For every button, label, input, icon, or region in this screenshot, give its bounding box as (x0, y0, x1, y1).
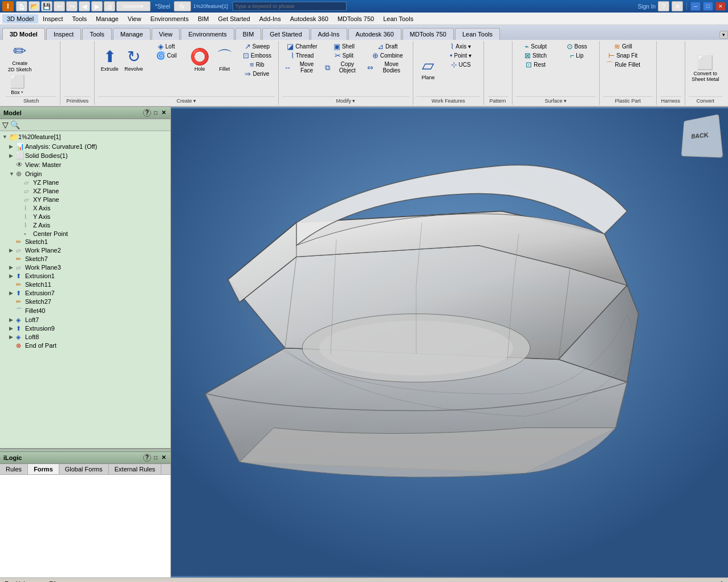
signin-btn[interactable]: Sign In (638, 3, 656, 10)
tree-item-sketch27[interactable]: ✏ Sketch27 (1, 298, 169, 306)
menu-environments[interactable]: Environments (146, 14, 193, 23)
tree-item-extrusion7[interactable]: ▶ ⬆ Extrusion7 (1, 289, 169, 298)
btn-thread[interactable]: ⌇ Thread (282, 51, 323, 60)
btn-rest[interactable]: ⊡ Rest (516, 60, 556, 69)
tab-3dmodel[interactable]: 3D Model (2, 28, 45, 40)
btn-chamfer[interactable]: ◪ Chamfer (282, 42, 323, 51)
menu-addins[interactable]: Add-Ins (255, 14, 286, 23)
tab-addins[interactable]: Add-Ins (311, 28, 347, 40)
tree-item-xzplane[interactable]: ▱ XZ Plane (1, 187, 169, 196)
viewport-canvas[interactable]: BACK Z X (171, 107, 728, 577)
ilogic-close-btn[interactable]: ✕ (160, 454, 167, 461)
menu-mdtools[interactable]: MDTools 750 (333, 14, 379, 23)
qat-save[interactable]: 💾 (41, 1, 52, 11)
tab-leantools[interactable]: Lean Tools (455, 28, 500, 40)
btn-create2dsketch[interactable]: ✏ Create2D Sketch (6, 42, 34, 74)
btn-move-bodies[interactable]: ⇔ Move Bodies (365, 60, 409, 74)
menu-getstarted[interactable]: Get Started (213, 14, 254, 23)
qat-formula[interactable]: fx (174, 1, 191, 11)
tree-item-endofpart[interactable]: ⊗ End of Part (1, 341, 169, 350)
create-group-label[interactable]: Create ▾ (98, 96, 274, 104)
tree-item-loft8[interactable]: ▶ ◈ Loft8 (1, 333, 169, 341)
close-frame-btn[interactable]: ✕ (672, 1, 683, 11)
tree-item-solidbodies[interactable]: ▶ ⬜ Solid Bodies(1) (1, 151, 169, 160)
tree-item-extrusion1[interactable]: ▶ ⬆ Extrusion1 (1, 272, 169, 280)
tree-item-xaxis[interactable]: ⌇ X Axis (1, 204, 169, 213)
qat-fwd[interactable]: ▶ (91, 1, 103, 11)
tree-item-yzplane[interactable]: ▱ YZ Plane (1, 178, 169, 187)
tab-environments[interactable]: Environments (181, 28, 234, 40)
btn-point[interactable]: • Point ▾ (441, 51, 481, 60)
ilogic-tab-externalrules[interactable]: External Rules (109, 464, 162, 474)
btn-rib[interactable]: ≡ Rib (237, 60, 277, 69)
btn-snap-fit[interactable]: ⊢ Snap Fit (603, 51, 643, 60)
ribbon-collapse-btn[interactable]: ▾ (719, 31, 728, 39)
menu-3dmodel[interactable]: 3D Model (2, 14, 38, 23)
btn-fillet[interactable]: ⌒ Fillet (213, 42, 236, 78)
tree-item-yaxis[interactable]: ⌇ Y Axis (1, 213, 169, 221)
ilogic-tab-globalforms[interactable]: Global Forms (59, 464, 109, 474)
btn-shell[interactable]: ▣ Shell (323, 42, 364, 51)
tree-item-origin[interactable]: ▼ ⊕ Origin (1, 169, 169, 178)
qat-redo[interactable]: ↪ (66, 1, 78, 11)
btn-draft[interactable]: ⊿ Draft (365, 42, 409, 51)
ilogic-help-btn[interactable]: ? (143, 454, 151, 462)
tree-item-workplane3[interactable]: ▶ ▱ Work Plane3 (1, 263, 169, 272)
tab-manage[interactable]: Manage (113, 28, 151, 40)
btn-axis[interactable]: ⌇ Axis ▾ (441, 42, 481, 51)
qat-open[interactable]: 📂 (29, 1, 40, 11)
maximize-btn[interactable]: □ (703, 2, 713, 11)
btn-loft[interactable]: ◈ Loft (147, 42, 186, 51)
btn-extrude[interactable]: ⬆ Extrude (98, 42, 121, 78)
btn-plane[interactable]: ▱ Plane (417, 42, 440, 96)
model-resize-btn[interactable]: □ (152, 109, 159, 116)
btn-sculpt[interactable]: ⌁ Sculpt (516, 42, 556, 51)
tab-bim[interactable]: BIM (235, 28, 262, 40)
menu-inspect[interactable]: Inspect (38, 14, 67, 23)
surface-group-label[interactable]: Surface ▾ (516, 96, 596, 104)
tree-item-viewmaster[interactable]: 👁 View: Master (1, 160, 169, 169)
tab-mdtools[interactable]: MDTools 750 (402, 28, 454, 40)
btn-lip[interactable]: ⌐ Lip (557, 51, 597, 60)
tree-item-loft7[interactable]: ▶ ◈ Loft7 (1, 316, 169, 324)
tree-item-xyplane[interactable]: ▱ XY Plane (1, 196, 169, 204)
btn-boss[interactable]: ⊙ Boss (557, 42, 597, 51)
tree-item-workplane2[interactable]: ▶ ▱ Work Plane2 (1, 246, 169, 255)
btn-move-face[interactable]: ↔ Move Face (282, 60, 323, 74)
menu-view[interactable]: View (123, 14, 146, 23)
ilogic-resize-btn[interactable]: □ (152, 454, 159, 461)
tree-item-analysis[interactable]: ▶ 📊 Analysis: Curvature1 (Off) (1, 142, 169, 151)
model-close-btn[interactable]: ✕ (160, 109, 167, 116)
menu-manage[interactable]: Manage (91, 14, 123, 23)
tab-getstarted[interactable]: Get Started (262, 28, 309, 40)
btn-ucs[interactable]: ⊹ UCS (441, 60, 481, 69)
modify-group-label[interactable]: Modify ▾ (282, 96, 409, 104)
tab-tools[interactable]: Tools (82, 28, 112, 40)
tree-item-root[interactable]: ▼ 📁 1%20feature[1] (1, 132, 169, 142)
btn-convert-sheet-metal[interactable]: ⬜ Convert toSheet Metal (688, 55, 722, 84)
tree-item-sketch7[interactable]: ✏ Sketch7 (1, 255, 169, 263)
qat-print[interactable]: 🖨 (104, 1, 115, 11)
tree-item-extrusion9[interactable]: ▶ ⬆ Extrusion9 (1, 324, 169, 333)
btn-stitch[interactable]: ⊠ Stitch (516, 51, 556, 60)
btn-emboss[interactable]: ⊡ Emboss (237, 51, 277, 60)
tab-autodesk360[interactable]: Autodesk 360 (348, 28, 401, 40)
ilogic-tab-forms[interactable]: Forms (28, 464, 59, 474)
menu-tools[interactable]: Tools (68, 14, 92, 23)
tab-view[interactable]: View (152, 28, 180, 40)
model-search-btn[interactable]: 🔍 (10, 120, 20, 129)
tree-item-centerpoint[interactable]: • Center Point (1, 230, 169, 238)
menu-bim[interactable]: BIM (193, 14, 214, 23)
menu-autodesk360[interactable]: Autodesk 360 (286, 14, 333, 23)
help-btn[interactable]: ? (658, 1, 669, 11)
qat-generic[interactable]: Generic▾ (116, 1, 151, 11)
minimize-btn[interactable]: ─ (690, 2, 701, 11)
tree-item-fillet40[interactable]: ⌒ Fillet40 (1, 306, 169, 316)
qat-new[interactable]: 📄 (16, 1, 27, 11)
tab-inspect[interactable]: Inspect (46, 28, 81, 40)
btn-derive[interactable]: ⇒ Derive (237, 70, 277, 78)
qat-undo[interactable]: ↩ (54, 1, 65, 11)
btn-rule-fillet[interactable]: ⌒ Rule Fillet (603, 60, 643, 69)
ilogic-tab-rules[interactable]: Rules (0, 464, 28, 474)
model-help-btn[interactable]: ? (143, 109, 151, 117)
